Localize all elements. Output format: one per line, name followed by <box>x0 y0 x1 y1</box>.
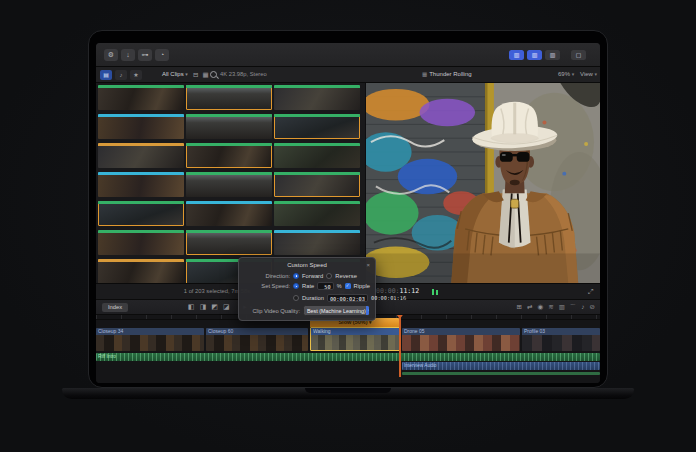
titles-generators-icon[interactable]: ★ <box>130 70 142 80</box>
clip-thumbnail[interactable] <box>186 143 272 168</box>
viewer-zoom-dropdown[interactable]: 69% ▾ <box>558 67 574 82</box>
clip-marker-stripe <box>186 230 272 233</box>
project-icon: ▦ <box>422 71 427 77</box>
clip-thumbnail[interactable] <box>186 114 272 139</box>
ripple-checkbox[interactable]: ✓ <box>345 283 351 289</box>
clip-thumbnail[interactable] <box>98 259 184 283</box>
viewer-video-frame <box>366 83 600 283</box>
clip-thumbnail[interactable] <box>274 172 360 197</box>
audio-skimming-icon[interactable]: ♪ <box>581 300 584 314</box>
clip-thumbnail[interactable] <box>186 201 272 226</box>
clip-group-icon[interactable]: ⊟ <box>193 67 198 82</box>
clip-marker-stripe <box>98 230 184 233</box>
duration-label: Duration <box>302 295 324 301</box>
rate-label: Rate <box>302 283 314 289</box>
clip-marker-stripe <box>186 201 272 204</box>
clip-thumbnail[interactable] <box>98 85 184 110</box>
final-cut-pro-window: ⚙ ↓ ⊶ ◔ ▥ ▥ ▥ ▢ ▤ ♪ ★ All Clips ▾ ⊟ ▦ <box>96 43 600 383</box>
rate-radio[interactable] <box>293 283 299 289</box>
reverse-radio[interactable] <box>326 273 332 279</box>
clip-thumbnail[interactable] <box>98 143 184 168</box>
inspector-toggle-button[interactable]: ▥ <box>545 50 560 60</box>
titlebar-right-buttons: ▥ ▥ ▥ ▢ <box>509 50 586 60</box>
laptop-base <box>62 388 634 399</box>
rate-input[interactable]: 50 <box>317 282 333 290</box>
clip-thumbnail[interactable] <box>274 230 360 255</box>
insert-edit-icon[interactable]: ◨ <box>200 300 207 314</box>
index-button[interactable]: Index <box>102 303 128 312</box>
clip-marker-stripe <box>274 114 360 117</box>
laptop-screen: ⚙ ↓ ⊶ ◔ ▥ ▥ ▥ ▢ ▤ ♪ ★ All Clips ▾ ⊟ ▦ <box>88 30 608 388</box>
search-icon[interactable] <box>210 71 217 78</box>
timeline-clip[interactable]: Closeup 34 <box>96 328 204 351</box>
timeline-clip[interactable]: Drone 05 <box>402 328 520 351</box>
video-quality-dropdown[interactable]: Best (Machine Learning) ▾ <box>303 305 370 316</box>
clip-thumbnail[interactable] <box>186 85 272 110</box>
clip-marker-stripe <box>98 259 184 262</box>
video-quality-label: Clip Video Quality: <box>244 308 300 314</box>
timeline-option-icons: ⊞ ⇄ ◉ ≋ ▥ ⌒ ♪ ⊘ <box>517 300 595 314</box>
keyword-editor-button[interactable]: ⊶ <box>138 49 152 61</box>
clip-filter-dropdown[interactable]: All Clips ▾ <box>162 67 188 82</box>
timeline-toggle-button[interactable]: ▥ <box>527 50 542 60</box>
clip-thumbnail[interactable] <box>98 201 184 226</box>
clip-appearance-icon[interactable]: ▥ <box>559 300 565 314</box>
clip-thumbnail[interactable] <box>98 172 184 197</box>
clip-thumbnail[interactable] <box>98 230 184 255</box>
timeline-clip-selected[interactable]: Walking <box>310 327 400 351</box>
duration-input[interactable]: 00:00:02:03 <box>327 294 368 302</box>
snapping-icon[interactable]: ⊘ <box>590 300 595 314</box>
forward-radio[interactable] <box>293 273 299 279</box>
clip-thumbnail[interactable] <box>186 230 272 255</box>
clip-marker-stripe <box>186 172 272 175</box>
trim-tool-icon[interactable]: ⊞ <box>517 300 522 314</box>
share-button[interactable]: ▢ <box>571 50 586 60</box>
clip-thumbnail[interactable] <box>98 114 184 139</box>
clip-marker-stripe <box>98 143 184 146</box>
libraries-icon[interactable]: ▤ <box>100 70 112 80</box>
photos-audio-icon[interactable]: ♪ <box>115 70 127 80</box>
audio-clip-blue[interactable]: Interview Audio <box>402 362 600 370</box>
clip-thumbnail[interactable] <box>274 85 360 110</box>
browser-toggle-button[interactable]: ▥ <box>509 50 524 60</box>
reverse-label: Reverse <box>335 273 357 279</box>
clip-thumbnail[interactable] <box>274 114 360 139</box>
audio-clip-music[interactable] <box>402 372 600 375</box>
custom-speed-popup: Custom Speed× Direction: Forward Reverse… <box>238 257 376 321</box>
laptop-base-notch <box>305 388 391 393</box>
connect-edit-icon[interactable]: ◧ <box>188 300 195 314</box>
direction-label: Direction: <box>244 273 290 279</box>
clip-marker-stripe <box>186 114 272 117</box>
popup-title: Custom Speed× <box>244 261 370 269</box>
clip-thumbnail[interactable] <box>274 143 360 168</box>
clip-marker-stripe <box>274 230 360 233</box>
clip-marker-stripe <box>98 85 184 88</box>
playhead[interactable] <box>399 315 401 377</box>
chevron-down-icon: ▾ <box>185 71 188 77</box>
clip-marker-stripe <box>274 172 360 175</box>
position-tool-icon[interactable]: ⇄ <box>527 300 532 314</box>
set-speed-label: Set Speed: <box>244 283 290 289</box>
clip-thumbnail[interactable] <box>186 172 272 197</box>
settings-button[interactable]: ⚙ <box>104 49 118 61</box>
skimming-icon[interactable]: ⌒ <box>570 300 577 314</box>
append-edit-icon[interactable]: ◩ <box>211 300 218 314</box>
import-media-button[interactable]: ↓ <box>121 49 135 61</box>
background-tasks-button[interactable]: ◔ <box>155 49 169 61</box>
ripple-label: Ripple <box>354 283 370 289</box>
close-icon[interactable]: × <box>366 261 370 269</box>
audio-clip-green[interactable]: Riff Intro <box>96 353 600 361</box>
fullscreen-icon[interactable]: ⤢ <box>588 284 594 299</box>
range-tool-icon[interactable]: ◉ <box>538 300 544 314</box>
duration-radio[interactable] <box>293 295 299 301</box>
clip-marker-stripe <box>274 85 360 88</box>
edit-buttons: ◧ ◨ ◩ ◪ <box>188 300 230 314</box>
viewer-pane <box>366 83 600 283</box>
zoom-tool-icon[interactable]: ≋ <box>548 300 553 314</box>
viewer-view-dropdown[interactable]: View ▾ <box>580 67 597 82</box>
clip-appearance-icon[interactable]: ▦ <box>202 67 208 82</box>
clip-thumbnail[interactable] <box>274 201 360 226</box>
timeline-clip[interactable]: Profile 03 <box>522 328 600 351</box>
timeline-clip[interactable]: Closeup 60 <box>206 328 308 351</box>
overwrite-edit-icon[interactable]: ◪ <box>223 300 230 314</box>
